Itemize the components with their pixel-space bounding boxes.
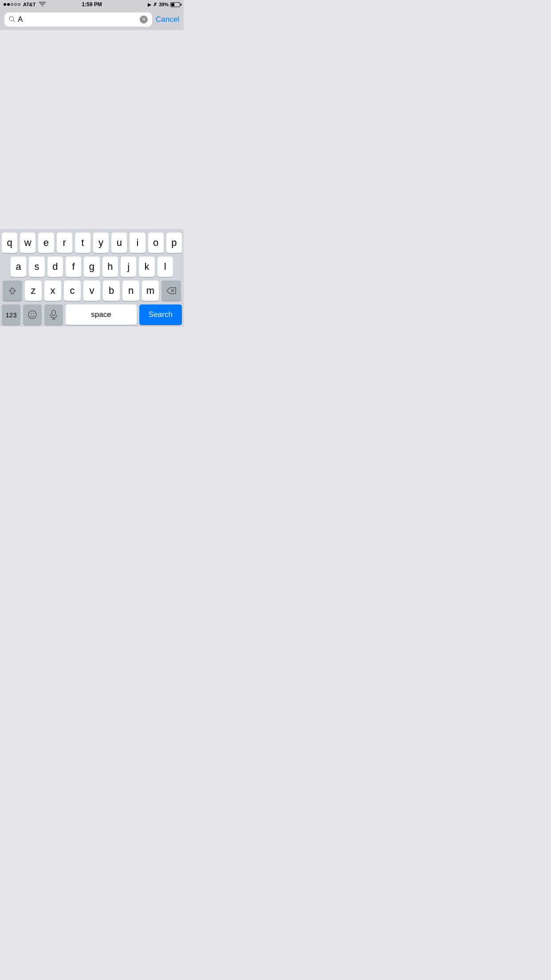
space-label: space (91, 310, 111, 319)
status-left: AT&T (4, 2, 46, 8)
key-t[interactable]: t (75, 233, 91, 253)
key-y[interactable]: y (93, 233, 109, 253)
carrier-name: AT&T (23, 2, 36, 7)
signal-dot-1 (4, 3, 6, 6)
shift-key[interactable] (3, 281, 22, 301)
bluetooth-icon: ✗ (153, 2, 157, 8)
search-label: Search (149, 310, 173, 319)
key-j[interactable]: j (121, 257, 136, 277)
location-icon: ▶ (148, 2, 151, 7)
emoji-icon (28, 310, 37, 320)
delete-key[interactable] (161, 281, 181, 301)
key-v[interactable]: v (83, 281, 100, 301)
wifi-icon (39, 2, 46, 8)
space-key[interactable]: space (66, 304, 137, 325)
signal-strength (4, 3, 20, 6)
delete-icon (166, 287, 176, 294)
key-o[interactable]: o (148, 233, 164, 253)
battery-percent: 39% (159, 2, 169, 7)
svg-rect-8 (52, 310, 55, 316)
svg-marker-2 (9, 288, 16, 294)
search-results-area (0, 30, 184, 190)
num-key[interactable]: 123 (2, 304, 20, 325)
battery-fill (171, 3, 174, 6)
keyboard-row-3: z x c v b n m (2, 281, 182, 301)
key-c[interactable]: c (64, 281, 81, 301)
key-q[interactable]: q (2, 233, 17, 253)
svg-line-1 (13, 20, 15, 22)
keyboard-row-1: q w e r t y u i o p (2, 233, 182, 253)
keyboard: q w e r t y u i o p a s d f g h j k l z … (0, 229, 184, 327)
battery-indicator (170, 2, 180, 7)
mic-icon (50, 310, 58, 320)
key-n[interactable]: n (122, 281, 139, 301)
key-w[interactable]: w (20, 233, 35, 253)
signal-dot-2 (7, 3, 10, 6)
key-s[interactable]: s (29, 257, 44, 277)
mic-key[interactable] (44, 304, 63, 325)
key-d[interactable]: d (47, 257, 63, 277)
signal-dot-5 (18, 3, 20, 6)
svg-point-5 (28, 311, 36, 319)
svg-point-6 (31, 313, 31, 314)
key-i[interactable]: i (130, 233, 145, 253)
key-k[interactable]: k (139, 257, 154, 277)
key-f[interactable]: f (66, 257, 81, 277)
battery-icon (170, 2, 180, 7)
keyboard-bottom-row: 123 space Search (2, 304, 182, 325)
clear-icon: ✕ (140, 16, 148, 24)
emoji-key[interactable] (23, 304, 42, 325)
status-time: 1:59 PM (82, 1, 102, 8)
search-key[interactable]: Search (139, 304, 182, 325)
key-h[interactable]: h (102, 257, 118, 277)
keyboard-row-2: a s d f g h j k l (2, 257, 182, 277)
status-right: ▶ ✗ 39% (148, 2, 180, 8)
signal-dot-3 (11, 3, 13, 6)
key-g[interactable]: g (84, 257, 99, 277)
key-p[interactable]: p (166, 233, 182, 253)
key-x[interactable]: x (44, 281, 61, 301)
key-z[interactable]: z (25, 281, 42, 301)
key-b[interactable]: b (103, 281, 120, 301)
search-bar: ✕ Cancel (0, 9, 184, 30)
search-icon (9, 16, 15, 24)
key-e[interactable]: e (38, 233, 54, 253)
clear-button[interactable]: ✕ (140, 16, 148, 24)
key-l[interactable]: l (157, 257, 173, 277)
search-input[interactable] (18, 15, 137, 24)
key-u[interactable]: u (111, 233, 127, 253)
status-bar: AT&T 1:59 PM ▶ ✗ 39% (0, 0, 184, 9)
key-a[interactable]: a (11, 257, 26, 277)
key-m[interactable]: m (142, 281, 159, 301)
svg-point-7 (33, 313, 34, 314)
search-input-container[interactable]: ✕ (4, 12, 152, 27)
cancel-button[interactable]: Cancel (156, 15, 179, 24)
shift-icon (8, 286, 17, 295)
key-r[interactable]: r (57, 233, 72, 253)
signal-dot-4 (14, 3, 17, 6)
